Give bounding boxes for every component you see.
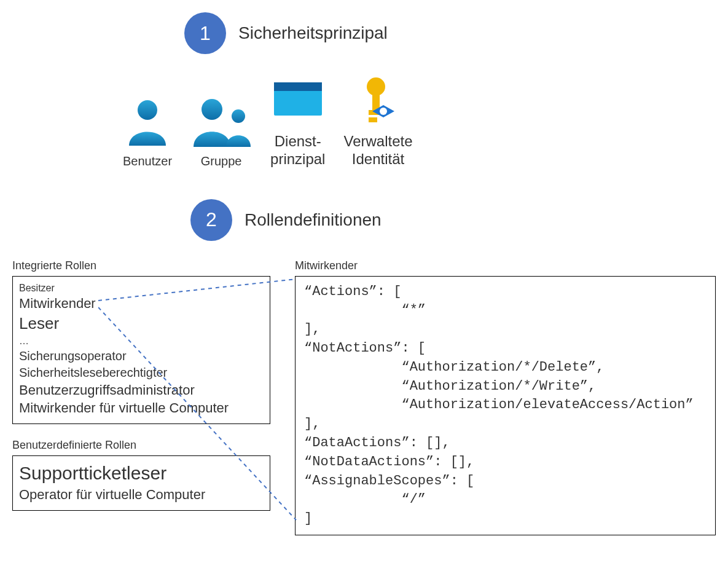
builtin-label: Integrierte Rollen bbox=[12, 259, 270, 272]
role-definition-code: “Actions”: [ “*” ], “NotActions”: [ “Aut… bbox=[295, 276, 716, 535]
svg-point-0 bbox=[138, 100, 157, 120]
principal-service: Dienst- prinzipal bbox=[270, 73, 325, 168]
step1-title: Sicherheitsprinzipal bbox=[238, 23, 388, 43]
svg-point-2 bbox=[232, 109, 245, 123]
role-contributor: Mitwirkender bbox=[19, 294, 264, 313]
definition-label: Mitwirkender bbox=[295, 259, 716, 272]
principals-row: Benutzer Gruppe Dienst- prinzipal bbox=[123, 73, 716, 168]
principal-group-label: Gruppe bbox=[201, 154, 242, 168]
service-principal-icon bbox=[272, 73, 324, 128]
principal-group: Gruppe bbox=[190, 93, 252, 168]
principal-managed-identity: Verwaltete Identität bbox=[343, 73, 412, 168]
step2-title: Rollendefinitionen bbox=[245, 210, 382, 230]
principal-user-label: Benutzer bbox=[123, 154, 172, 168]
role-vmcontrib: Mitwirkender für virtuelle Computer bbox=[19, 399, 264, 417]
builtin-roles-box: Besitzer Mitwirkender Leser … Sicherungs… bbox=[12, 276, 270, 424]
role-vmop: Operator für virtuelle Computer bbox=[19, 486, 264, 504]
svg-rect-4 bbox=[274, 82, 322, 91]
user-icon bbox=[126, 93, 169, 149]
roles-row: Integrierte Rollen Besitzer Mitwirkender… bbox=[12, 259, 716, 535]
svg-point-10 bbox=[380, 108, 387, 115]
svg-rect-8 bbox=[369, 117, 377, 122]
svg-point-1 bbox=[202, 99, 222, 120]
role-ellipsis: … bbox=[19, 334, 264, 348]
role-backup: Sicherungsoperator bbox=[19, 348, 264, 364]
role-uaa: Benutzerzugriffsadministrator bbox=[19, 381, 264, 400]
step1-badge: 1 bbox=[184, 12, 226, 54]
step2-header: 2 Rollendefinitionen bbox=[190, 199, 716, 241]
role-secreader: Sicherheitsleseberechtigter bbox=[19, 364, 264, 381]
role-reader: Leser bbox=[19, 313, 264, 334]
principal-user: Benutzer bbox=[123, 93, 172, 168]
step2-badge: 2 bbox=[190, 199, 232, 241]
role-ticket: Supportticketleser bbox=[19, 461, 264, 486]
custom-roles-box: Supportticketleser Operator für virtuell… bbox=[12, 455, 270, 511]
custom-label: Benutzerdefinierte Rollen bbox=[12, 439, 270, 452]
step1-header: 1 Sicherheitsprinzipal bbox=[184, 12, 716, 54]
principal-mi-label: Verwaltete Identität bbox=[343, 133, 412, 168]
group-icon bbox=[190, 93, 252, 149]
principal-service-label: Dienst- prinzipal bbox=[270, 133, 325, 168]
managed-identity-icon bbox=[356, 73, 399, 128]
role-owner: Besitzer bbox=[19, 282, 264, 295]
